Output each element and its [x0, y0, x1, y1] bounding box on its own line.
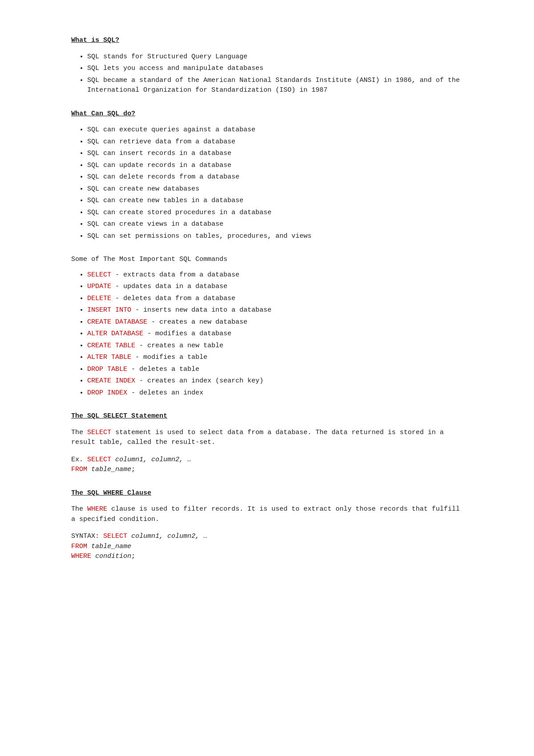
select-intro-before: The — [71, 429, 87, 436]
where-syntax-block: SYNTAX: SELECT column1, column2, … FROM … — [71, 532, 463, 562]
select-example-block: Ex. SELECT column1, column2, … FROM tabl… — [71, 455, 463, 475]
syntax-select-columns: column1, column2, … — [127, 532, 207, 540]
select-statement-heading: The SQL SELECT Statement — [71, 411, 463, 422]
where-intro-after: clause is used to filter records. It is … — [71, 505, 460, 523]
list-item: SQL can insert records in a database — [87, 149, 463, 159]
list-item: SQL can retrieve data from a database — [87, 137, 463, 147]
select-intro-paragraph: The SELECT statement is used to select d… — [71, 428, 463, 448]
command-keyword: ALTER DATABASE — [87, 330, 143, 337]
list-item: SQL can create stored procedures in a da… — [87, 208, 463, 218]
syntax-select-keyword: SELECT — [103, 532, 127, 540]
where-clause-heading: The SQL WHERE Clause — [71, 488, 463, 499]
command-keyword: CREATE DATABASE — [87, 318, 147, 326]
list-item: UPDATE - updates data in a database — [87, 282, 463, 292]
command-desc: - extracts data from a database — [111, 271, 239, 279]
command-keyword: DROP INDEX — [87, 389, 127, 397]
list-item: SELECT - extracts data from a database — [87, 270, 463, 280]
command-keyword: UPDATE — [87, 283, 111, 290]
command-desc: - deletes data from a database — [111, 295, 235, 302]
select-example-line2: FROM table_name; — [71, 465, 463, 475]
select-intro-after: statement is used to select data from a … — [71, 429, 444, 447]
command-keyword: DELETE — [87, 295, 111, 302]
list-item: DROP TABLE - deletes a table — [87, 365, 463, 375]
where-syntax-line1: SYNTAX: SELECT column1, column2, … — [71, 532, 463, 542]
command-keyword: SELECT — [87, 271, 111, 279]
select-ex-keyword: SELECT — [87, 456, 111, 463]
what-is-sql-heading: What is SQL? — [71, 36, 463, 46]
where-keyword-inline: WHERE — [87, 505, 107, 513]
command-keyword: CREATE TABLE — [87, 342, 135, 350]
where-syntax-line2: FROM table_name — [71, 542, 463, 552]
command-desc: - modifies a database — [143, 330, 231, 337]
list-item: SQL lets you access and manipulate datab… — [87, 64, 463, 74]
syntax-from-keyword: FROM — [71, 543, 87, 550]
list-item: SQL can create new databases — [87, 184, 463, 195]
command-desc: - deletes a table — [127, 366, 199, 373]
list-item: SQL stands for Structured Query Language — [87, 52, 463, 62]
list-item: INSERT INTO - inserts new data into a da… — [87, 305, 463, 316]
list-item: SQL became a standard of the American Na… — [87, 76, 463, 96]
commands-section: Some of The Most Important SQL Commands … — [71, 255, 463, 398]
command-desc: - creates a new table — [135, 342, 223, 350]
select-example-line1: Ex. SELECT column1, column2, … — [71, 455, 463, 465]
command-keyword: INSERT INTO — [87, 306, 131, 314]
where-clause-section: The SQL WHERE Clause The WHERE clause is… — [71, 488, 463, 562]
list-item: CREATE DATABASE - creates a new database — [87, 317, 463, 328]
list-item: SQL can create views in a database — [87, 219, 463, 230]
what-can-sql-do-section: What Can SQL do? SQL can execute queries… — [71, 109, 463, 242]
what-is-sql-section: What is SQL? SQL stands for Structured Q… — [71, 36, 463, 96]
command-desc: - modifies a table — [131, 354, 207, 361]
list-item: SQL can set permissions on tables, proce… — [87, 232, 463, 242]
list-item: CREATE INDEX - creates an index (search … — [87, 376, 463, 386]
list-item: CREATE TABLE - creates a new table — [87, 341, 463, 351]
list-item: SQL can delete records from a database — [87, 172, 463, 183]
command-desc: - updates data in a database — [111, 283, 227, 290]
command-desc: - creates a new database — [147, 318, 247, 326]
syntax-where-semicolon: ; — [131, 553, 135, 560]
list-item: ALTER TABLE - modifies a table — [87, 353, 463, 363]
select-ex-label: Ex. — [71, 456, 87, 463]
where-intro-before: The — [71, 505, 87, 513]
commands-intro-text: Some of The Most Important SQL Commands — [71, 255, 463, 265]
from-keyword: FROM — [71, 466, 87, 473]
command-desc: - deletes an index — [127, 389, 203, 397]
command-keyword: DROP TABLE — [87, 366, 127, 373]
list-item: DELETE - deletes data from a database — [87, 294, 463, 304]
what-is-sql-list: SQL stands for Structured Query Language… — [71, 52, 463, 96]
list-item: DROP INDEX - deletes an index — [87, 388, 463, 398]
syntax-label: SYNTAX: — [71, 532, 103, 540]
command-keyword: ALTER TABLE — [87, 354, 131, 361]
where-syntax-line3: WHERE condition; — [71, 552, 463, 562]
syntax-from-table: table_name — [87, 543, 131, 550]
command-keyword: CREATE INDEX — [87, 377, 135, 385]
command-desc: - creates an index (search key) — [135, 377, 263, 385]
select-keyword-inline: SELECT — [87, 429, 111, 436]
list-item: SQL can create new tables in a database — [87, 196, 463, 206]
syntax-where-condition: condition — [91, 553, 131, 560]
commands-list: SELECT - extracts data from a database U… — [71, 270, 463, 398]
command-desc: - inserts new data into a database — [131, 306, 271, 314]
select-ex-columns: column1, column2, … — [111, 456, 191, 463]
syntax-where-keyword: WHERE — [71, 553, 91, 560]
list-item: ALTER DATABASE - modifies a database — [87, 329, 463, 339]
from-table: table_name — [87, 466, 131, 473]
what-can-sql-do-list: SQL can execute queries against a databa… — [71, 125, 463, 241]
where-intro-paragraph: The WHERE clause is used to filter recor… — [71, 504, 463, 524]
list-item: SQL can update records in a database — [87, 161, 463, 171]
what-can-sql-do-heading: What Can SQL do? — [71, 109, 463, 119]
list-item: SQL can execute queries against a databa… — [87, 125, 463, 135]
from-semicolon: ; — [131, 466, 135, 473]
select-statement-section: The SQL SELECT Statement The SELECT stat… — [71, 411, 463, 475]
